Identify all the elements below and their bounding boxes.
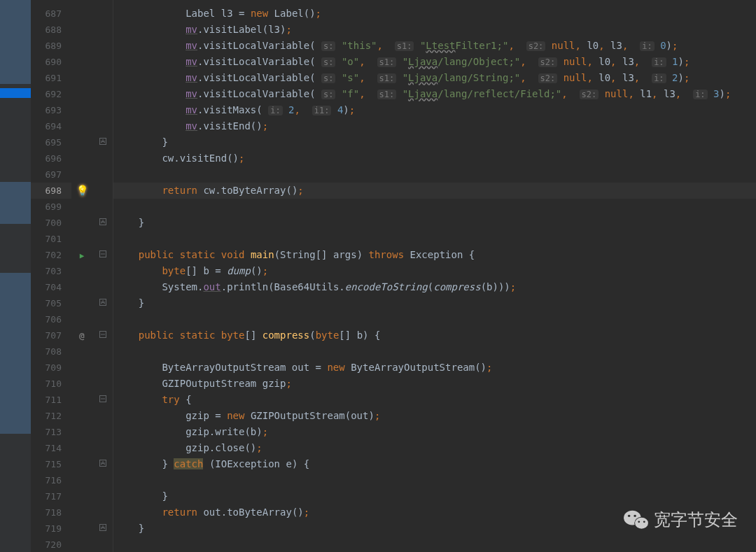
code-line[interactable]: gzip.close(); (113, 440, 756, 456)
code-line[interactable]: byte[] b = dump(); (113, 263, 756, 279)
code-line[interactable]: System.out.println(Base64Utils.encodeToS… (113, 279, 756, 295)
code-line[interactable]: mv.visitEnd(); (113, 118, 756, 134)
line-number[interactable]: 720 (31, 537, 71, 552)
code-line[interactable] (113, 537, 756, 552)
code-line[interactable]: try { (113, 392, 756, 408)
code-line[interactable]: public static void main(String[] args) t… (113, 247, 756, 263)
code-line[interactable]: } (113, 215, 756, 231)
token-ident (115, 88, 186, 99)
fold-cell (92, 86, 113, 102)
fold-cell[interactable] (92, 247, 113, 263)
line-number[interactable]: 696 (31, 150, 71, 167)
code-line[interactable] (113, 344, 756, 360)
token-hint: s2: (538, 73, 558, 83)
line-number[interactable]: 712 (31, 408, 71, 424)
code-line[interactable]: Label l3 = new Label(); (113, 6, 756, 22)
code-line[interactable]: mv.visitLocalVariable( s: "this", s1: "L… (113, 38, 756, 54)
line-number[interactable]: 709 (31, 360, 71, 376)
fold-cell[interactable] (92, 521, 113, 537)
code-line[interactable]: mv.visitLocalVariable( s: "o", s1: "Ljav… (113, 54, 756, 70)
code-line[interactable] (113, 311, 756, 327)
line-number[interactable]: 714 (31, 440, 71, 456)
intention-bulb-icon[interactable]: 💡 (76, 185, 88, 196)
line-number[interactable]: 704 (31, 279, 71, 295)
code-line[interactable] (113, 167, 756, 183)
fold-cell[interactable] (92, 456, 113, 472)
token-ident: [] b = (186, 265, 227, 276)
line-number[interactable]: 701 (31, 231, 71, 247)
line-number[interactable]: 707 (31, 327, 71, 344)
code-line[interactable]: ByteArrayOutputStream out = new ByteArra… (113, 360, 756, 376)
line-number[interactable]: 713 (31, 424, 71, 440)
code-line[interactable]: mv.visitLocalVariable( s: "f", s1: "Ljav… (113, 86, 756, 102)
code-line[interactable]: } (113, 295, 756, 311)
code-line[interactable]: mv.visitLocalVariable( s: "s", s1: "Ljav… (113, 70, 756, 86)
code-line[interactable]: } catch (IOException e) { (113, 456, 756, 472)
code-line[interactable]: } (113, 134, 756, 150)
fold-cell (92, 231, 113, 247)
line-number[interactable]: 705 (31, 295, 71, 311)
line-number[interactable]: 718 (31, 504, 71, 521)
code-line[interactable]: cw.visitEnd(); (113, 150, 756, 167)
token-punct: , (676, 88, 687, 99)
line-number[interactable]: 692 (31, 86, 71, 102)
line-number[interactable]: 706 (31, 311, 71, 327)
line-number[interactable]: 695 (31, 134, 71, 150)
fold-cell (92, 167, 113, 183)
line-number[interactable]: 715 (31, 456, 71, 472)
override-icon[interactable]: @ (79, 330, 85, 341)
fold-cell[interactable] (92, 295, 113, 311)
line-number[interactable]: 702 (31, 247, 71, 263)
line-number[interactable]: 716 (31, 472, 71, 488)
token-str: " (402, 56, 408, 67)
token-ident (174, 249, 179, 260)
fold-cell[interactable] (92, 215, 113, 231)
watermark-text: 宽字节安全 (654, 509, 738, 531)
line-number[interactable]: 699 (31, 199, 71, 215)
minimap-strip[interactable] (0, 0, 31, 552)
line-number[interactable]: 717 (31, 488, 71, 504)
token-ident: l3 (664, 88, 676, 99)
code-line[interactable]: } (113, 488, 756, 504)
code-line[interactable]: return cw.toByteArray(); (113, 183, 756, 199)
code-line[interactable]: mv.visitLabel(l3); (113, 22, 756, 38)
line-number[interactable]: 697 (31, 167, 71, 183)
token-static-it: encodeToString (345, 281, 428, 292)
line-number[interactable]: 691 (31, 70, 71, 86)
run-icon[interactable]: ▶ (80, 251, 85, 260)
line-number[interactable]: 719 (31, 521, 71, 537)
code-line[interactable]: GZIPOutputStream gzip; (113, 376, 756, 392)
code-line[interactable] (113, 231, 756, 247)
code-line[interactable]: mv.visitMaxs( i: 2, i1: 4); (113, 102, 756, 118)
fold-cell[interactable] (92, 134, 113, 150)
line-number[interactable]: 693 (31, 102, 71, 118)
token-punct: ; (725, 88, 731, 99)
code-line[interactable]: gzip = new GZIPOutputStream(out); (113, 408, 756, 424)
icon-cell-empty (71, 521, 92, 537)
line-number[interactable]: 710 (31, 376, 71, 392)
icon-cell-empty (71, 424, 92, 440)
line-number[interactable]: 698 (31, 183, 71, 199)
token-ident: ) (343, 104, 349, 115)
code-area[interactable]: Label l3 = new Label(); mv.visitLabel(l3… (113, 0, 756, 552)
fold-cell[interactable] (92, 327, 113, 344)
fold-column[interactable] (92, 0, 113, 552)
line-number[interactable]: 688 (31, 22, 71, 38)
code-line[interactable]: public static byte[] compress(byte[] b) … (113, 327, 756, 344)
token-ident: GZIPOutputStream gzip (115, 378, 286, 389)
line-number[interactable]: 711 (31, 392, 71, 408)
fold-cell[interactable] (92, 392, 113, 408)
line-number[interactable]: 700 (31, 215, 71, 231)
token-kw-hl: catch (174, 458, 203, 469)
code-line[interactable] (113, 199, 756, 215)
line-number[interactable]: 708 (31, 344, 71, 360)
line-number[interactable]: 703 (31, 263, 71, 279)
token-punct: ; (262, 120, 268, 132)
line-number[interactable]: 689 (31, 38, 71, 54)
icon-cell-empty (71, 472, 92, 488)
line-number[interactable]: 690 (31, 54, 71, 70)
line-number[interactable]: 694 (31, 118, 71, 134)
line-number[interactable]: 687 (31, 6, 71, 22)
code-line[interactable]: gzip.write(b); (113, 424, 756, 440)
code-line[interactable] (113, 472, 756, 488)
